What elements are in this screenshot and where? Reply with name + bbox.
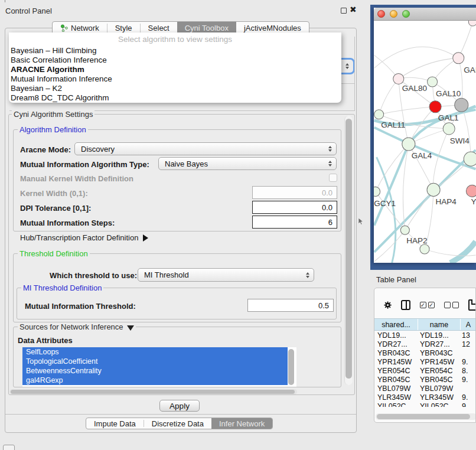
cell: 13: [459, 331, 476, 340]
node-large-green[interactable]: [464, 152, 476, 166]
dropdown-item[interactable]: Basic Correlation Inference: [9, 56, 341, 65]
groupbox-edge: [354, 37, 355, 111]
manual-kernel-checkbox[interactable]: [329, 174, 337, 182]
table-body: YDL19...YDL19...13 YDR27...YDR27...12 YB…: [374, 331, 476, 407]
node-label: GAL10: [436, 89, 461, 98]
mi-threshold-field[interactable]: 0.5: [247, 299, 334, 312]
dropdown-item[interactable]: Dream8 DC_TDC Algorithm: [9, 93, 341, 103]
cell: 9.: [459, 393, 476, 402]
table-row[interactable]: YBR043CYBR043C: [374, 349, 476, 358]
tab-label: Select: [148, 24, 169, 32]
node-red-selected[interactable]: [429, 101, 441, 113]
algorithm-dropdown: Select algorithm to view settings Bayesi…: [9, 32, 341, 103]
table-panel: ✓ ✓ shared... name A YDL19...YDL19...13 …: [374, 288, 476, 423]
document-icon[interactable]: [468, 299, 476, 311]
table-header: shared... name A: [374, 318, 476, 331]
table-row[interactable]: YDR27...YDR27...12: [374, 340, 476, 349]
mi-steps-field[interactable]: 6: [252, 216, 337, 229]
dropdown-item[interactable]: Bayesian – Hill Climbing: [9, 46, 341, 56]
cell: YER054C: [374, 367, 417, 376]
cell: YBR045C: [374, 376, 417, 384]
group-title: Threshold Definition: [18, 250, 90, 257]
tab-label: Infer Network: [219, 419, 265, 428]
list-vscrollbar-thumb[interactable]: [288, 349, 294, 385]
table-row[interactable]: YDL19...YDL19...13: [374, 331, 476, 340]
network-canvas[interactable]: GAL GAL80 GAL10 GAL1 GAL11 SWI4 GAL4 GCY…: [374, 21, 476, 263]
node-gcy1[interactable]: [374, 187, 380, 196]
deselect-all-checks-icon[interactable]: [444, 302, 459, 308]
node-gal10[interactable]: [428, 77, 438, 87]
select-all-checks-icon[interactable]: ✓ ✓: [420, 302, 435, 308]
tab-infer-network[interactable]: Infer Network: [211, 418, 272, 429]
column-header[interactable]: A: [461, 319, 476, 330]
table-row[interactable]: YPR145WYPR145W9.: [374, 358, 476, 367]
cell: YBR043C: [417, 349, 459, 358]
group-title: MI Threshold Definition: [21, 284, 103, 292]
node-label: HAP4: [435, 197, 457, 206]
dropdown-item-selected[interactable]: ARACNE Algorithm: [9, 65, 341, 74]
close-button[interactable]: [377, 10, 385, 18]
network-window-titlebar[interactable]: [374, 8, 476, 21]
settings-hscrollbar-thumb[interactable]: [11, 390, 295, 394]
table-hscrollbar-thumb[interactable]: [377, 414, 470, 419]
network-icon: [60, 24, 68, 32]
sources-disclosure[interactable]: Sources for Network Inference: [18, 323, 136, 331]
tab-impute-data[interactable]: Impute Data: [86, 418, 144, 429]
cell: YER054C: [417, 367, 459, 376]
cell: YBR045C: [417, 376, 459, 384]
zoom-button[interactable]: [402, 10, 410, 18]
table-row[interactable]: YBL079WYBL079W: [374, 384, 476, 393]
list-item[interactable]: gal4RGexp: [22, 376, 288, 385]
list-item[interactable]: SelfLoops: [22, 347, 288, 357]
node-gal-partial[interactable]: [453, 53, 464, 64]
dropdown-item[interactable]: Mutual Information Inference: [9, 74, 341, 84]
tab-label: Network: [71, 24, 99, 32]
restore-icon[interactable]: [341, 8, 347, 14]
minimized-panel-icon[interactable]: [3, 445, 15, 450]
settings-vscrollbar[interactable]: [344, 116, 353, 385]
column-header[interactable]: shared...: [374, 319, 418, 330]
apply-button[interactable]: Apply: [159, 400, 200, 412]
columns-icon[interactable]: [401, 300, 410, 310]
which-threshold-combobox[interactable]: MI Threshold: [138, 268, 314, 282]
node-bottom[interactable]: [420, 244, 429, 254]
cell: YLR345W: [374, 393, 417, 402]
aracne-mode-combobox[interactable]: Discovery: [74, 142, 337, 155]
minimize-button[interactable]: [390, 10, 397, 18]
tab-label: Style: [115, 24, 132, 32]
table-row[interactable]: YBR045CYBR045C9.: [374, 376, 476, 384]
table-row[interactable]: YLR345WYLR345W9.: [374, 393, 476, 402]
node-gal1[interactable]: [443, 123, 455, 135]
node-gray[interactable]: [455, 98, 468, 112]
table-row[interactable]: YIL052CYIL052C9: [374, 402, 476, 407]
gear-icon[interactable]: [384, 301, 392, 309]
kernel-width-field[interactable]: 0.0: [252, 186, 337, 199]
dropdown-item[interactable]: Bayesian – K2: [9, 84, 341, 93]
disclosure-right-icon: [143, 234, 148, 242]
table-row[interactable]: YER054CYER054C8.: [374, 367, 476, 376]
node-unlabeled[interactable]: [468, 21, 476, 26]
settings-hscrollbar[interactable]: [9, 389, 297, 394]
node-gal11[interactable]: [374, 110, 384, 119]
close-icon[interactable]: ✖: [350, 5, 357, 14]
node-gal4[interactable]: [402, 138, 415, 151]
cell: [459, 384, 476, 393]
tab-discretize-data[interactable]: Discretize Data: [144, 418, 211, 429]
mi-type-combobox[interactable]: Naive Bayes: [158, 157, 337, 170]
hub-definition-disclosure[interactable]: Hub/Transcription Factor Definition: [20, 233, 148, 242]
node-salmon[interactable]: [466, 185, 476, 197]
list-item[interactable]: TopologicalCoefficient: [22, 357, 288, 366]
dpi-tolerance-field[interactable]: 0.0: [252, 201, 337, 214]
cell: YBL079W: [417, 384, 459, 393]
node-hap2[interactable]: [400, 226, 409, 234]
mouse-cursor-icon: [358, 218, 364, 225]
node-hap4[interactable]: [427, 183, 440, 196]
column-header[interactable]: name: [418, 319, 461, 330]
node-label: Y: [471, 197, 476, 206]
settings-vscrollbar-thumb[interactable]: [345, 119, 352, 379]
node-gal80[interactable]: [393, 73, 404, 84]
data-attributes-list: SelfLoops TopologicalCoefficient Between…: [22, 347, 296, 387]
tab-label: Discretize Data: [152, 419, 204, 428]
apply-label: Apply: [169, 402, 190, 410]
list-item[interactable]: BetweennessCentrality: [22, 366, 288, 376]
